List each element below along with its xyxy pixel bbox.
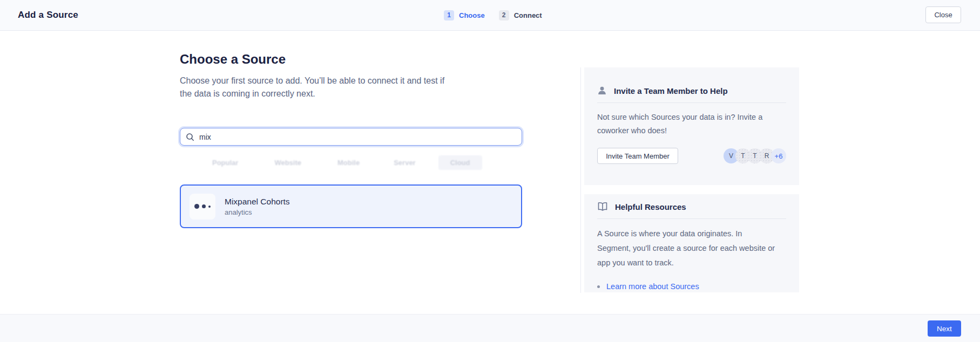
- close-button[interactable]: Close: [925, 6, 961, 23]
- tab-server[interactable]: Server: [388, 156, 421, 169]
- source-result-mixpanel-cohorts[interactable]: Mixpanel Cohorts analytics: [180, 184, 522, 228]
- mixpanel-dots-logo: [190, 194, 215, 220]
- result-category: analytics: [225, 208, 290, 216]
- person-icon: [597, 86, 607, 95]
- helpful-resources-panel: Helpful Resources A Source is where your…: [584, 194, 799, 292]
- logo-dot-medium: [202, 204, 206, 208]
- step-connect-number: 2: [499, 10, 509, 20]
- step-choose-label: Choose: [459, 11, 485, 19]
- category-tabs: Popular Website Mobile Server Cloud: [187, 155, 522, 169]
- resources-panel-body: A Source is where your data originates. …: [597, 227, 778, 270]
- search-icon: [186, 133, 194, 141]
- top-bar: Add a Source 1 Choose 2 Connect Close: [0, 0, 980, 31]
- invite-team-member-panel: Invite a Team Member to Help Not sure wh…: [584, 67, 799, 185]
- step-connect: 2 Connect: [499, 10, 542, 20]
- next-button[interactable]: Next: [928, 320, 961, 337]
- tab-mobile[interactable]: Mobile: [332, 156, 365, 169]
- step-connect-label: Connect: [514, 11, 542, 19]
- logo-dot-small: [208, 206, 211, 208]
- panel-divider: [597, 102, 786, 103]
- step-choose: 1 Choose: [444, 10, 485, 20]
- team-avatar-stack: V T T R +6: [724, 148, 786, 163]
- window-title: Add a Source: [18, 0, 78, 30]
- content-sidebar-divider: [580, 67, 581, 293]
- resources-panel-header: Helpful Resources: [597, 194, 786, 211]
- avatar-overflow-count: +6: [771, 148, 786, 163]
- invite-panel-header: Invite a Team Member to Help: [597, 67, 786, 95]
- tab-website[interactable]: Website: [269, 156, 307, 169]
- invite-team-member-button[interactable]: Invite Team Member: [597, 148, 678, 164]
- panel-divider: [597, 218, 786, 219]
- wizard-stepper: 1 Choose 2 Connect: [444, 0, 542, 30]
- logo-dot-large: [194, 204, 199, 209]
- page-title: Choose a Source: [180, 52, 286, 67]
- resources-link-list: Learn more about Sources: [597, 282, 786, 291]
- source-search-box: [180, 128, 522, 146]
- main-content: Choose a Source Choose your first source…: [180, 52, 522, 289]
- tab-popular[interactable]: Popular: [207, 156, 244, 169]
- page-description: Choose your first source to add. You’ll …: [180, 74, 456, 100]
- step-choose-number: 1: [444, 10, 454, 20]
- result-meta: Mixpanel Cohorts analytics: [225, 197, 290, 216]
- tab-cloud[interactable]: Cloud: [438, 155, 482, 170]
- learn-more-sources-link[interactable]: Learn more about Sources: [606, 282, 699, 291]
- resources-panel-title: Helpful Resources: [615, 202, 686, 211]
- result-name: Mixpanel Cohorts: [225, 197, 290, 207]
- resources-link-item: Learn more about Sources: [597, 282, 786, 291]
- invite-action-row: Invite Team Member V T T R +6: [597, 148, 786, 164]
- search-input[interactable]: [199, 133, 516, 141]
- invite-panel-title: Invite a Team Member to Help: [614, 86, 728, 95]
- list-bullet: [597, 285, 600, 288]
- bottom-bar: Next: [0, 314, 980, 342]
- book-icon: [597, 202, 608, 211]
- invite-panel-body: Not sure which Sources your data is in? …: [597, 111, 778, 138]
